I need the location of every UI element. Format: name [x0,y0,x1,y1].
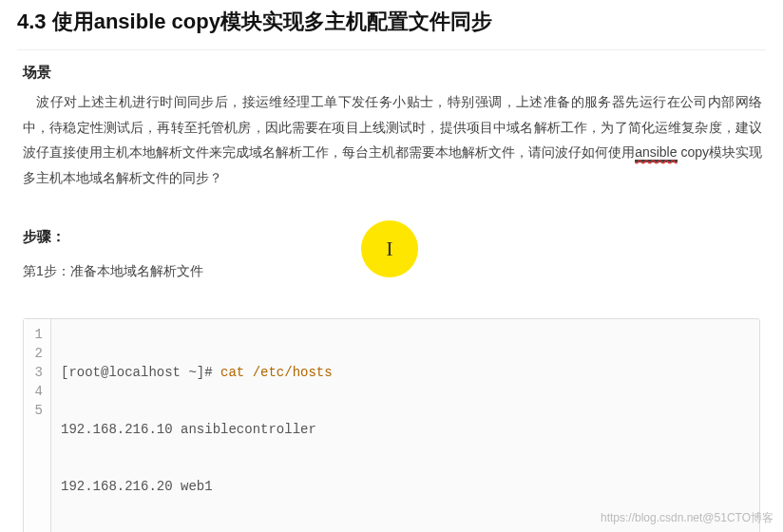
ansible-word: ansible [635,144,677,162]
line-number: 5 [29,401,43,420]
code-line: [root@localhost ~]# cat /etc/hosts [61,363,750,382]
line-number: 4 [29,382,43,401]
step-1: 第1步：准备本地域名解析文件 [17,263,766,318]
line-number: 2 [29,344,43,363]
divider [17,49,766,50]
line-number: 1 [29,325,43,344]
scene-heading: 场景 [17,60,766,89]
code-lines: [root@localhost ~]# cat /etc/hosts 192.1… [51,319,759,532]
steps-heading: 步骤： [17,190,766,263]
prompt-host: [root@localhost ~]# [61,365,220,380]
code-line: 192.168.216.20 web1 [61,477,750,496]
line-number: 3 [29,363,43,382]
scene-body: 波仔对上述主机进行时间同步后，接运维经理工单下发任务小贴士，特别强调，上述准备的… [17,89,766,190]
code-block: 1 2 3 4 5 [root@localhost ~]# cat /etc/h… [23,318,760,532]
watermark: https://blog.csdn.net@51CTO博客 [601,510,773,526]
section-title: 4.3 使用ansible copy模块实现多主机配置文件同步 [17,0,766,49]
prompt-cmd: cat /etc/hosts [220,365,333,380]
code-line: 192.168.216.10 ansiblecontroller [61,420,750,439]
code-gutter: 1 2 3 4 5 [24,319,51,532]
